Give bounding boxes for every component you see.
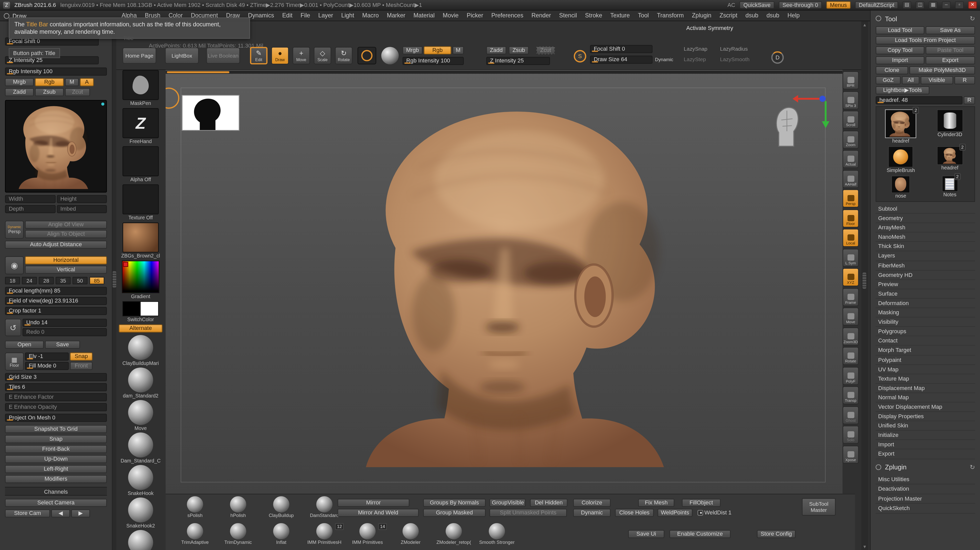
groupvisible-button[interactable]: GroupVisible (489, 499, 526, 507)
scale-mode-button[interactable]: ◇ Scale (314, 47, 331, 64)
paste-tool-button[interactable]: Paste Tool (926, 46, 975, 54)
vertical-button[interactable]: Vertical (25, 265, 107, 274)
tool-section-row[interactable]: Unified Skin (876, 421, 975, 431)
load-tool-button[interactable]: Load Tool (876, 26, 924, 35)
menu-item[interactable]: Zplugin (688, 11, 715, 21)
goz-visible-button[interactable]: Visible (921, 76, 953, 84)
load-tools-from-project-button[interactable]: Load Tools From Project (876, 37, 975, 45)
goz-button[interactable]: GoZ (876, 76, 900, 84)
menu-item[interactable]: Macro (358, 11, 383, 21)
right-shelf-button[interactable]: PolyF (843, 367, 859, 385)
layout-split-icon[interactable]: ◫ (916, 1, 924, 9)
layout-grid-icon[interactable]: ▦ (929, 1, 937, 9)
rgb-button-left[interactable]: Rgb (35, 78, 64, 86)
quicksave-button[interactable]: QuickSave (740, 1, 775, 9)
import-button[interactable]: Import (876, 56, 924, 65)
right-shelf-button[interactable]: Local (843, 229, 859, 247)
dynamic-mode-button[interactable]: D (771, 51, 784, 64)
right-shelf-button[interactable]: Zoom (843, 130, 859, 148)
focal-shift-slider[interactable]: Focal Shift 0 (590, 45, 652, 53)
active-tool-slider[interactable]: headref. 48 (876, 96, 963, 105)
next-cam-button[interactable]: ▶ (71, 509, 90, 518)
menu-item[interactable]: File (297, 11, 314, 21)
lazystep-button[interactable]: LazyStep (684, 56, 715, 63)
scroll-down-icon[interactable]: ▼ (861, 544, 868, 549)
rotate-mode-button[interactable]: ↻ Rotate (335, 47, 352, 64)
default-zscript-button[interactable]: DefaultZScript (855, 1, 898, 9)
focal-preset-button[interactable]: 35 (56, 277, 71, 285)
menu-item[interactable]: Preferences (487, 11, 528, 21)
snap-toggle-small[interactable]: Snap (70, 353, 93, 361)
fillobject-button[interactable]: FillObject (682, 499, 721, 507)
tool-section-row[interactable]: Layers (876, 251, 975, 261)
menu-item[interactable]: Layer (314, 11, 337, 21)
menu-item[interactable]: Stroke (581, 11, 606, 21)
switch-color-swatches[interactable] (123, 301, 159, 316)
right-shelf-button[interactable]: Actual (843, 150, 859, 168)
persp-button[interactable]: Dynamic Persp (5, 221, 24, 239)
tool-r-button[interactable]: R (964, 96, 975, 105)
menu-item[interactable]: Stencil (555, 11, 581, 21)
goz-all-button[interactable]: All (902, 76, 920, 84)
bottom-brush-thumb[interactable]: ZModeler (390, 523, 431, 545)
clone-button[interactable]: Clone (876, 66, 908, 75)
bottom-brush-thumb[interactable]: sPolish (174, 496, 215, 518)
right-shelf-button[interactable]: Ghost (843, 406, 859, 424)
color-picker[interactable]: Gradient (116, 261, 165, 299)
tool-section-row[interactable]: FiberMesh (876, 261, 975, 270)
material-picker-button[interactable] (381, 47, 399, 64)
scroll-up-icon[interactable]: ▲ (861, 22, 868, 27)
m-button-left[interactable]: M (65, 78, 79, 86)
texture-off-selector[interactable]: Texture Off (116, 184, 165, 221)
material-selector[interactable]: ZBGs_Brown2_cl (116, 223, 165, 259)
width-slider[interactable]: Width (5, 195, 56, 203)
lightbox-tools-button[interactable]: Lightbox▶Tools (876, 86, 929, 94)
menu-item[interactable]: Edit (278, 11, 297, 21)
right-shelf-button[interactable]: Zoom3D (843, 327, 859, 345)
tool-thumb-cylinder3d[interactable]: Cylinder3D (925, 109, 974, 143)
goz-r-button[interactable]: R (955, 76, 975, 84)
colorize-button[interactable]: Colorize (573, 499, 611, 507)
zplugin-refresh-icon[interactable]: ↻ (970, 464, 975, 471)
canvas-scroll-thumb[interactable] (167, 71, 229, 73)
save-button[interactable]: Save (45, 341, 80, 349)
tool-section-row[interactable]: Export (876, 450, 975, 459)
lightbox-button[interactable]: LightBox (165, 48, 199, 64)
canvas-scroll-strip[interactable] (165, 71, 843, 74)
tool-section-row[interactable]: ArrayMesh (876, 223, 975, 233)
bottom-brush-thumb[interactable]: hPolish (218, 496, 259, 518)
menu-item[interactable]: Transform (653, 11, 688, 21)
tool-section-row[interactable]: Polygroups (876, 327, 975, 337)
maskpen-brush[interactable]: MaskPen (116, 70, 165, 107)
tool-section-row[interactable]: Preview (876, 280, 975, 289)
tool-refresh-icon[interactable]: ↻ (970, 15, 975, 22)
rgb-intensity-slider[interactable]: Rgb Intensity 100 (402, 57, 464, 65)
tray-brush-item[interactable]: dam_Standard2 (116, 367, 165, 399)
tray-brush-item[interactable]: Dam_Standard_C (116, 432, 165, 464)
right-shelf-button[interactable]: AAHalf (843, 170, 859, 188)
height-slider[interactable]: Height (57, 195, 107, 203)
modifiers-button[interactable]: Modifiers (5, 475, 107, 483)
dynamic-label[interactable]: Dynamic (655, 57, 673, 62)
tray-brush-item[interactable]: SnakeHook (116, 465, 165, 496)
copy-tool-button[interactable]: Copy Tool (876, 46, 924, 54)
tool-section-row[interactable]: Display Properties (876, 412, 975, 421)
a-button-left[interactable]: A (80, 78, 94, 86)
menu-item[interactable]: Texture (606, 11, 634, 21)
mrgb-button[interactable]: Mrgb (402, 46, 423, 54)
freehand-stroke[interactable]: Z FreeHand (116, 108, 165, 144)
zplugin-section-row[interactable]: Projection Master (876, 494, 975, 504)
menu-item[interactable]: Movie (439, 11, 463, 21)
menu-item[interactable]: Tool (634, 11, 653, 21)
angle-of-view-button[interactable]: Angle Of View (25, 221, 107, 229)
live-boolean-button[interactable]: Live Boolean (206, 48, 240, 64)
menu-item[interactable]: Render (528, 11, 555, 21)
z-intensity-slider[interactable]: Z Intensity 25 (486, 57, 550, 65)
draw-preview[interactable] (5, 100, 107, 192)
tool-section-row[interactable]: Subtool (876, 205, 975, 214)
tool-section-row[interactable]: UV Map (876, 365, 975, 374)
menu-item[interactable]: Zscript (715, 11, 741, 21)
save-ui-button[interactable]: Save Ui (628, 530, 664, 538)
maximize-button[interactable]: ▫ (955, 1, 964, 9)
undo-history-button[interactable]: ↺ (5, 319, 21, 336)
